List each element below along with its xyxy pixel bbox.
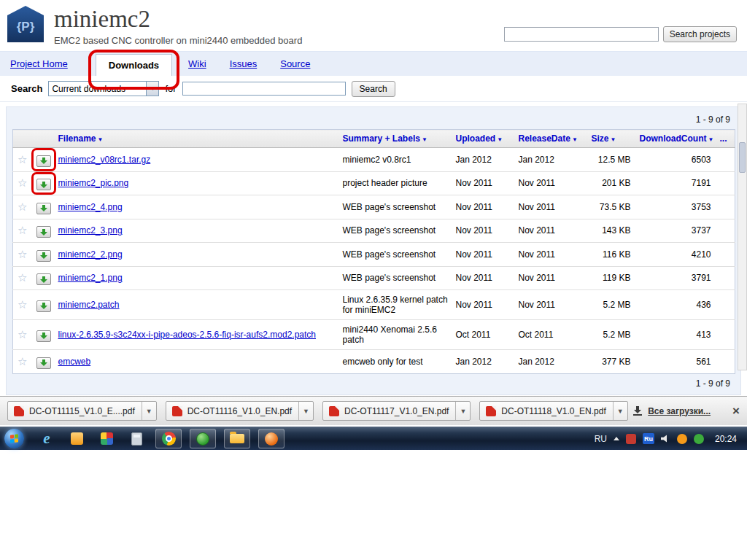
green-app-taskbar-button[interactable] [190, 429, 216, 448]
table-row: ☆ miniemc2_pic.png project header pictur… [13, 171, 735, 195]
tray-green-icon[interactable] [694, 434, 704, 444]
star-icon[interactable]: ☆ [18, 298, 27, 311]
file-uploaded: Nov 2011 [453, 243, 516, 267]
project-logo: {P} [7, 6, 44, 42]
page-scrollbar[interactable] [738, 104, 747, 370]
close-shelf-icon[interactable]: × [732, 405, 740, 417]
shelf-item-menu-arrow-icon[interactable]: ▼ [455, 402, 470, 420]
file-summary: project header picture [340, 171, 453, 195]
download-icon[interactable] [36, 273, 51, 285]
download-icon[interactable] [36, 300, 51, 312]
file-releasedate: Nov 2011 [516, 243, 589, 267]
file-downloadcount: 7191 [637, 171, 717, 195]
explorer-taskbar-button[interactable] [224, 429, 250, 448]
language-indicator[interactable]: RU [595, 434, 607, 444]
search-projects-input[interactable] [504, 27, 659, 42]
file-downloadcount: 4210 [637, 243, 717, 267]
file-summary: WEB page's screenshot [340, 243, 453, 267]
download-shelf-item[interactable]: DC-OT11115_V1.0_E....pdf ▼ [7, 401, 157, 421]
chrome-taskbar-button[interactable] [155, 429, 182, 448]
downloads-search-input[interactable] [182, 82, 346, 96]
shelf-item-menu-arrow-icon[interactable]: ▼ [298, 402, 313, 420]
downloads-search-button[interactable]: Search [352, 81, 395, 97]
tray-ru-badge-icon[interactable]: Ru [643, 433, 654, 444]
volume-icon[interactable] [661, 435, 670, 443]
file-link[interactable]: miniemc2_4.png [58, 202, 123, 212]
multicolor-app-icon[interactable] [96, 429, 117, 448]
star-icon[interactable]: ☆ [18, 201, 27, 213]
star-icon[interactable]: ☆ [18, 153, 27, 166]
search-scope-select[interactable]: Current downloads ▼ [48, 81, 159, 96]
clock[interactable]: 20:24 [715, 434, 737, 444]
tray-orange-icon[interactable] [677, 434, 687, 444]
show-hidden-icons-icon[interactable] [614, 437, 619, 440]
column-header-filename[interactable]: Filename▼ [58, 133, 104, 144]
calculator-icon[interactable] [125, 429, 147, 448]
tray-red-icon[interactable] [626, 434, 636, 444]
column-header-summary[interactable]: Summary + Labels▼ [343, 133, 427, 144]
download-shelf-item[interactable]: DC-OT11117_V1.0_EN.pdf ▼ [322, 401, 471, 421]
download-icon[interactable] [36, 226, 51, 238]
download-shelf-item[interactable]: DC-OT11116_V1.0_EN.pdf ▼ [166, 401, 314, 421]
file-size: 377 KB [589, 350, 637, 374]
show-all-downloads-link[interactable]: Все загрузки... [648, 406, 711, 416]
shelf-item-label: DC-OT11118_V1.0_EN.pdf [501, 406, 605, 416]
tab-source[interactable]: Source [280, 58, 310, 76]
shelf-item-menu-arrow-icon[interactable]: ▼ [613, 402, 627, 420]
tab-downloads[interactable]: Downloads [96, 54, 172, 76]
download-icon[interactable] [36, 357, 51, 369]
file-releasedate: Nov 2011 [516, 195, 589, 219]
column-header-size[interactable]: Size▼ [592, 133, 616, 144]
green-app-icon [196, 432, 209, 446]
column-header-more[interactable]: ... [720, 133, 727, 144]
screenshot-root: {P} miniemc2 EMC2 based CNC controller o… [0, 0, 747, 560]
star-icon[interactable]: ☆ [18, 248, 27, 260]
tab-wiki[interactable]: Wiki [188, 58, 206, 76]
table-row: ☆ miniemc2_3.png WEB page's screenshot N… [13, 219, 735, 243]
file-link[interactable]: miniemc2.patch [58, 300, 120, 310]
shelf-item-label: DC-OT11116_V1.0_EN.pdf [187, 406, 292, 416]
windows-taskbar: e RU Ru 20:24 [0, 427, 747, 450]
tab-project-home[interactable]: Project Home [10, 58, 68, 76]
internet-explorer-icon[interactable]: e [36, 429, 58, 448]
search-projects-button[interactable]: Search projects [663, 26, 737, 42]
column-header-uploaded[interactable]: Uploaded▼ [456, 133, 503, 144]
file-link[interactable]: miniemc2_2.png [58, 249, 123, 260]
file-releasedate: Jan 2012 [516, 350, 589, 374]
star-icon[interactable]: ☆ [18, 328, 27, 341]
file-uploaded: Nov 2011 [453, 290, 516, 320]
file-link[interactable]: miniemc2_v08rc1.tar.gz [58, 155, 151, 165]
download-icon[interactable] [36, 155, 51, 167]
file-downloadcount: 3791 [637, 266, 717, 290]
row-more-cell [717, 219, 735, 243]
file-link[interactable]: miniemc2_3.png [58, 225, 123, 236]
star-icon[interactable]: ☆ [18, 224, 27, 236]
download-icon[interactable] [36, 330, 51, 342]
combo-dropdown-icon[interactable]: ▼ [146, 82, 158, 96]
tab-issues[interactable]: Issues [230, 58, 258, 76]
shelf-item-menu-arrow-icon[interactable]: ▼ [142, 402, 156, 420]
orange-square-app-icon[interactable] [66, 429, 88, 448]
download-shelf-item[interactable]: DC-OT11118_V1.0_EN.pdf ▼ [479, 401, 627, 421]
table-row: ☆ miniemc2_v08rc1.tar.gz miniemc2 v0.8rc… [13, 148, 735, 172]
file-link[interactable]: miniemc2_pic.png [58, 178, 129, 188]
download-icon[interactable] [36, 179, 51, 190]
download-shelf: DC-OT11115_V1.0_E....pdf ▼ DC-OT11116_V1… [0, 396, 747, 425]
download-icon[interactable] [36, 250, 51, 262]
file-link[interactable]: linux-2.6.35.9-s3c24xx-i-pipe-adeos-2.5.… [58, 330, 317, 340]
file-link[interactable]: miniemc2_1.png [58, 273, 123, 283]
column-header-downloadcount[interactable]: DownloadCount▼ [640, 133, 714, 144]
file-size: 119 KB [589, 266, 637, 290]
file-releasedate: Oct 2011 [516, 320, 589, 350]
downloads-arrow-icon [633, 406, 642, 416]
start-button[interactable] [4, 429, 24, 448]
orange-app-taskbar-button[interactable] [258, 429, 285, 448]
star-icon[interactable]: ☆ [18, 355, 27, 368]
star-icon[interactable]: ☆ [18, 176, 27, 189]
scrollbar-thumb[interactable] [739, 142, 746, 173]
download-icon[interactable] [36, 203, 51, 214]
shelf-item-label: DC-OT11115_V1.0_E....pdf [29, 406, 135, 416]
column-header-releasedate[interactable]: ReleaseDate▼ [519, 133, 578, 144]
file-link[interactable]: emcweb [58, 357, 91, 367]
star-icon[interactable]: ☆ [18, 271, 27, 284]
